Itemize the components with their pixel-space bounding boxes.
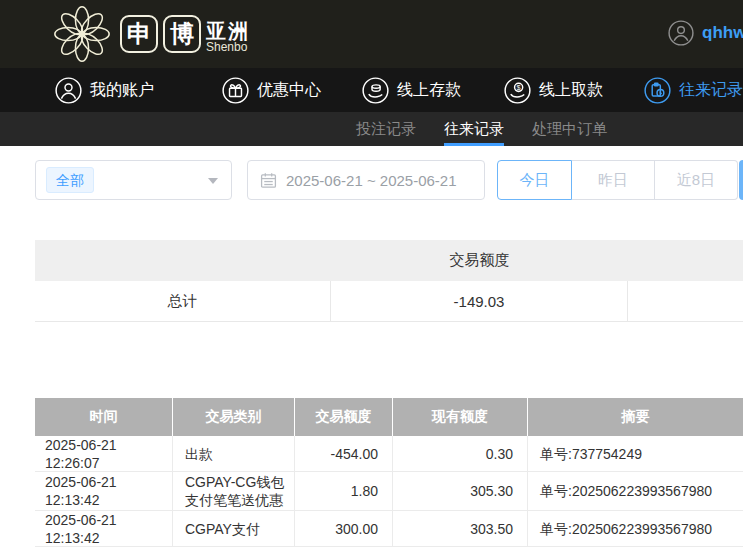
summary-table-header: 交易额度 xyxy=(35,240,743,281)
chevron-down-icon xyxy=(208,178,218,184)
records-table: 时间 交易类别 交易额度 现有额度 摘要 2025-06-21 12:26:07… xyxy=(35,398,743,547)
withdraw-icon: $ xyxy=(504,77,531,104)
logo-char-shen[interactable]: 申 xyxy=(120,15,158,53)
yesterday-button[interactable]: 昨日 xyxy=(572,160,655,200)
summary-header-spacer xyxy=(628,240,743,281)
nav-item-label: 线上取款 xyxy=(539,80,603,101)
summary-table: 交易额度 总计 -149.03 xyxy=(35,240,743,322)
column-header-balance: 现有额度 xyxy=(393,398,528,436)
table-row: 2025-06-21 12:26:07 出款 -454.00 0.30 单号:7… xyxy=(35,436,743,472)
last-8-days-button[interactable]: 近8日 xyxy=(655,160,738,200)
cell-type: CGPAY支付 xyxy=(173,511,295,546)
svg-text:$: $ xyxy=(517,82,521,91)
user-icon xyxy=(55,77,82,104)
table-row: 2025-06-21 12:13:42 CGPAY支付 300.00 303.5… xyxy=(35,511,743,547)
cell-summary: 单号:202506223993567980 xyxy=(528,472,743,510)
date-range-picker[interactable]: 2025-06-21 ~ 2025-06-21 xyxy=(247,160,485,200)
cell-type: CGPAY-CG钱包支付笔笔送优惠 xyxy=(173,472,295,510)
calendar-icon xyxy=(260,172,277,189)
records-icon xyxy=(644,77,671,104)
summary-total-value: -149.03 xyxy=(331,281,628,321)
tab-processing-orders[interactable]: 处理中订单 xyxy=(532,112,607,146)
nav-item-transaction-records[interactable]: 往来记录 xyxy=(644,68,743,112)
column-header-amount: 交易额度 xyxy=(295,398,393,436)
cell-time: 2025-06-21 12:13:42 xyxy=(35,472,173,510)
quick-range-button-group: 今日 昨日 近8日 xyxy=(497,160,738,200)
user-account-menu[interactable]: qhhw xyxy=(668,20,743,46)
date-range-value: 2025-06-21 ~ 2025-06-21 xyxy=(286,172,457,189)
logo-char-bo[interactable]: 博 xyxy=(163,15,201,53)
user-avatar-icon xyxy=(668,20,694,46)
table-row: 2025-06-21 12:13:42 CGPAY-CG钱包支付笔笔送优惠 1.… xyxy=(35,472,743,511)
nav-item-my-account[interactable]: 我的账户 xyxy=(55,68,154,112)
summary-empty-cell xyxy=(628,281,743,321)
cell-time: 2025-06-21 12:13:42 xyxy=(35,511,173,546)
transaction-type-select[interactable]: 全部 xyxy=(35,160,232,200)
column-header-type: 交易类别 xyxy=(173,398,295,436)
nav-item-online-deposit[interactable]: 线上存款 xyxy=(362,68,461,112)
cell-amount: 300.00 xyxy=(295,511,393,546)
nav-item-label: 优惠中心 xyxy=(257,80,321,101)
today-button[interactable]: 今日 xyxy=(497,160,572,200)
main-navigation: 我的账户 优惠中心 xyxy=(0,68,743,112)
gift-icon xyxy=(222,77,249,104)
nav-item-label: 往来记录 xyxy=(679,80,743,101)
column-header-time: 时间 xyxy=(35,398,173,436)
tab-betting-records[interactable]: 投注记录 xyxy=(356,112,416,146)
summary-header-spacer xyxy=(35,240,331,281)
summary-total-row: 总计 -149.03 xyxy=(35,281,743,322)
nav-item-online-withdrawal[interactable]: $ 线上取款 xyxy=(504,68,603,112)
top-header: 申 博 亚洲 Shenbo qhhw xyxy=(0,0,743,68)
nav-item-promotions[interactable]: 优惠中心 xyxy=(222,68,321,112)
logo-subtitle-text: Shenbo xyxy=(206,40,247,54)
cell-time: 2025-06-21 12:26:07 xyxy=(35,436,173,471)
records-tabs: 投注记录 往来记录 处理中订单 xyxy=(356,112,607,146)
nav-item-label: 线上存款 xyxy=(397,80,461,101)
username-text: qhhw xyxy=(702,23,743,43)
deposit-icon xyxy=(362,77,389,104)
records-table-header: 时间 交易类别 交易额度 现有额度 摘要 xyxy=(35,398,743,436)
records-subnav: 投注记录 往来记录 处理中订单 xyxy=(0,112,743,146)
search-button[interactable] xyxy=(739,160,743,200)
cell-summary: 单号:202506223993567980 xyxy=(528,511,743,546)
summary-total-label: 总计 xyxy=(35,281,331,321)
nav-item-label: 我的账户 xyxy=(90,80,154,101)
tab-transaction-records[interactable]: 往来记录 xyxy=(444,112,504,146)
column-header-summary: 摘要 xyxy=(528,398,743,436)
cell-summary: 单号:737754249 xyxy=(528,436,743,471)
summary-header-amount: 交易额度 xyxy=(331,240,628,281)
transaction-records-page: 申 博 亚洲 Shenbo qhhw 我的 xyxy=(0,0,743,550)
shenbo-flower-logo-icon[interactable] xyxy=(50,4,114,64)
cell-balance: 305.30 xyxy=(393,472,528,510)
cell-amount: 1.80 xyxy=(295,472,393,510)
cell-amount: -454.00 xyxy=(295,436,393,471)
selected-type-tag: 全部 xyxy=(46,167,94,193)
cell-balance: 303.50 xyxy=(393,511,528,546)
cell-type: 出款 xyxy=(173,436,295,471)
cell-balance: 0.30 xyxy=(393,436,528,471)
